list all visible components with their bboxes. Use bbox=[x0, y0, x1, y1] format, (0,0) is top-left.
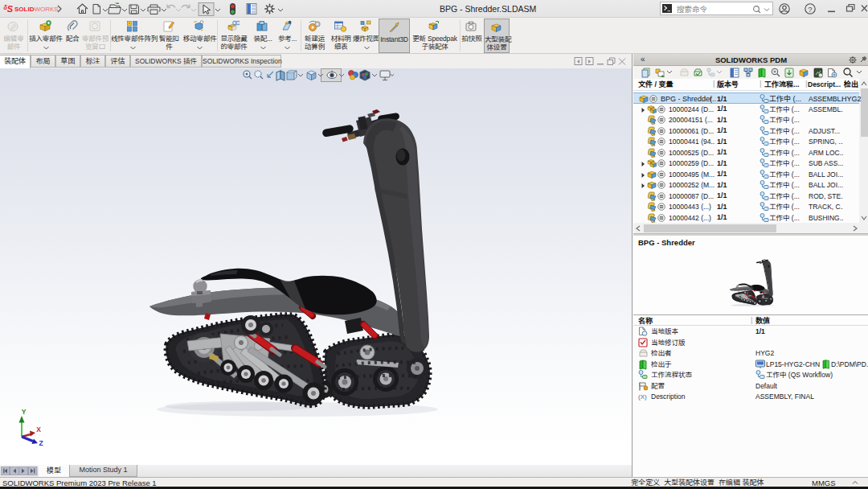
svg-text:Y: Y bbox=[22, 408, 27, 416]
svg-text:ᵟS: ᵟS bbox=[3, 4, 14, 14]
svg-text:Z: Z bbox=[39, 439, 43, 447]
svg-text:X: X bbox=[36, 425, 41, 434]
svg-text:(X): (X) bbox=[638, 393, 647, 401]
svg-text:?: ? bbox=[808, 5, 812, 14]
svg-text:SOLIDWORKS: SOLIDWORKS bbox=[14, 6, 59, 13]
